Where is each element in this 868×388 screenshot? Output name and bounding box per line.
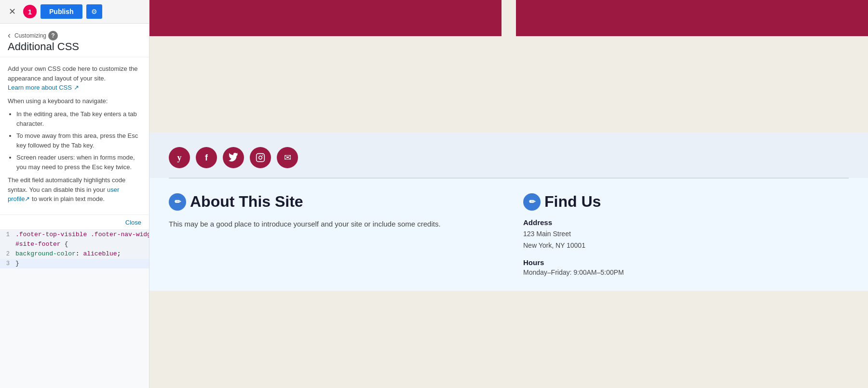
close-button[interactable]: ✕ (5, 4, 19, 19)
preview-spacer (149, 36, 868, 133)
panel-title: Additional CSS (8, 40, 141, 53)
about-section: ✏ About This Site This may be a good pla… (169, 193, 494, 276)
email-icon[interactable]: ✉ (277, 147, 298, 168)
settings-button[interactable]: ⚙ (86, 4, 102, 19)
keyboard-tip-3: Screen reader users: when in forms mode,… (16, 153, 141, 172)
site-preview: y f ✉ ✏ About This Site This may be a go… (149, 0, 868, 388)
preview-top-banners (149, 0, 868, 36)
about-icon: ✏ (169, 193, 186, 211)
gear-icon: ⚙ (91, 8, 97, 15)
syntax-note: The edit field automatically highlights … (8, 175, 141, 204)
description-text: Add your own CSS code here to customize … (8, 64, 141, 93)
svg-rect-0 (257, 154, 265, 162)
close-link[interactable]: Close (125, 219, 141, 226)
address-text: 123 Main Street New York, NY 10001 (523, 228, 849, 252)
css-code-editor[interactable]: 1 .footer-top-visible .footer-nav-widget… (0, 230, 149, 388)
code-line-1b: #site-footer { (0, 240, 149, 249)
notification-badge[interactable]: 1 (23, 5, 37, 18)
profile-link-icon: ↗ (25, 195, 30, 202)
find-us-section: ✏ Find Us Address 123 Main Street New Yo… (523, 193, 849, 276)
code-line-1: 1 .footer-top-visible .footer-nav-widget… (0, 230, 149, 240)
sidebar: ✕ 1 Publish ⚙ ‹ Customizing ? Additional… (0, 0, 149, 388)
hours-label: Hours (523, 258, 849, 267)
keyboard-tip-2: To move away from this area, press the E… (16, 131, 141, 150)
instructions: Add your own CSS code here to customize … (0, 57, 149, 215)
social-icons-row: y f ✉ (149, 133, 868, 178)
close-icon: ✕ (9, 6, 16, 17)
preview-footer: ✏ About This Site This may be a good pla… (149, 178, 868, 291)
code-line-2: 2 background-color: aliceblue; (0, 249, 149, 259)
customizing-header: ‹ Customizing ? Additional CSS (0, 24, 149, 57)
find-us-icon: ✏ (523, 193, 541, 211)
close-link-container: Close (0, 215, 149, 230)
code-line-3: 3 } (0, 259, 149, 268)
help-button[interactable]: ? (48, 31, 58, 40)
back-button[interactable]: ‹ (8, 30, 11, 40)
about-title: ✏ About This Site (169, 193, 494, 211)
preview-banner-left (149, 0, 502, 36)
external-link-icon: ↗ (74, 84, 79, 91)
hours-text: Monday–Friday: 9:00AM–5:00PM (523, 268, 849, 276)
about-text: This may be a good place to introduce yo… (169, 218, 494, 230)
instagram-icon[interactable] (250, 147, 271, 168)
publish-button[interactable]: Publish (41, 4, 82, 19)
learn-more-link[interactable]: Learn more about CSS ↗ (8, 84, 79, 91)
keyboard-intro: When using a keyboard to navigate: (8, 96, 141, 106)
keyboard-tips-list: In the editing area, the Tab key enters … (8, 109, 141, 172)
svg-point-1 (259, 156, 262, 160)
yelp-icon[interactable]: y (169, 147, 190, 168)
twitter-icon[interactable] (223, 147, 244, 168)
svg-point-2 (262, 155, 263, 156)
find-us-title: ✏ Find Us (523, 193, 849, 211)
facebook-icon[interactable]: f (196, 147, 217, 168)
customizing-label: ‹ Customizing ? (8, 30, 141, 40)
address-label: Address (523, 218, 849, 227)
top-bar: ✕ 1 Publish ⚙ (0, 0, 149, 24)
keyboard-tip-1: In the editing area, the Tab key enters … (16, 109, 141, 128)
preview-banner-right (516, 0, 868, 36)
